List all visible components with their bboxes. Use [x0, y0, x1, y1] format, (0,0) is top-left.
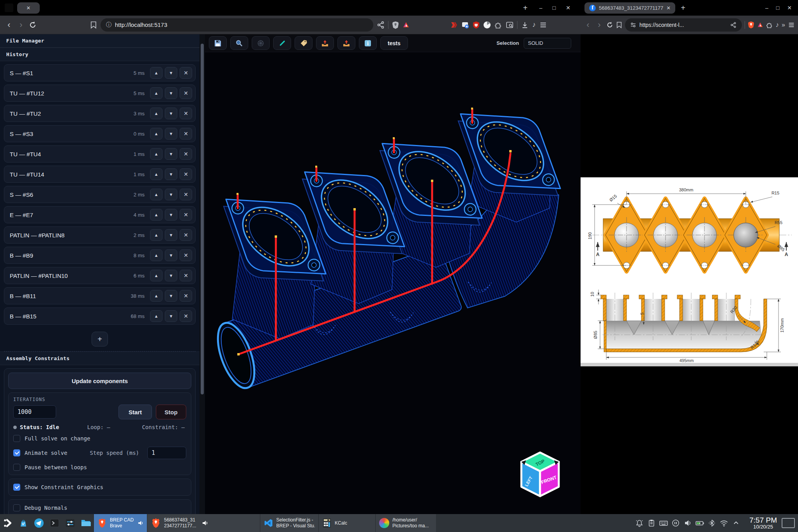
tray-expand-icon[interactable]: [731, 518, 741, 528]
move-down-button[interactable]: ▼: [165, 148, 177, 160]
remove-button[interactable]: ✕: [180, 108, 192, 119]
move-down-button[interactable]: ▼: [165, 290, 177, 302]
media-icon[interactable]: ♪: [532, 21, 536, 29]
task-kcalc[interactable]: KCalc: [318, 514, 375, 532]
tab-brep-cad[interactable]: ✕: [17, 2, 40, 14]
move-down-button[interactable]: ▼: [165, 87, 177, 99]
step-speed-input[interactable]: [147, 447, 186, 459]
window-minimize-button[interactable]: –: [765, 5, 768, 11]
brave-rewards-icon[interactable]: [757, 22, 763, 28]
debug-normals-checkbox[interactable]: [13, 504, 20, 511]
history-item[interactable]: PATLIN — #PATLIN10 6 ms ▲ ▼ ✕: [4, 267, 196, 284]
move-up-button[interactable]: ▲: [150, 209, 162, 221]
ublock-icon[interactable]: [473, 21, 480, 29]
tab-close-icon[interactable]: ✕: [26, 5, 31, 11]
settings-button[interactable]: [62, 514, 78, 532]
move-up-button[interactable]: ▲: [150, 87, 162, 99]
history-item[interactable]: E — #E7 4 ms ▲ ▼ ✕: [4, 206, 196, 223]
task-image-viewer[interactable]: /home/user/ Pictures/too ma...: [375, 514, 436, 532]
notifications-icon[interactable]: [635, 518, 644, 528]
search-button[interactable]: [230, 36, 248, 50]
assembly-constraints-header[interactable]: Assembly Constraints: [0, 352, 200, 365]
telegram-button[interactable]: [31, 514, 47, 532]
window-minimize-button[interactable]: –: [539, 5, 542, 11]
move-down-button[interactable]: ▼: [165, 229, 177, 241]
cad-viewport[interactable]: i tests Selection SOLID: [205, 34, 581, 514]
extensions-puzzle-icon[interactable]: [766, 21, 773, 28]
extension-circle-icon[interactable]: [483, 21, 491, 29]
move-up-button[interactable]: ▲: [150, 290, 162, 302]
new-tab-button[interactable]: +: [523, 4, 528, 12]
pause-loops-checkbox[interactable]: [13, 464, 20, 471]
site-info-icon[interactable]: ⓘ: [106, 21, 111, 28]
app-launcher-button[interactable]: [0, 514, 16, 532]
history-item[interactable]: B — #B9 8 ms ▲ ▼ ✕: [4, 247, 196, 264]
manifold-3d-model[interactable]: [205, 52, 581, 514]
forward-button[interactable]: ›: [17, 21, 25, 29]
remove-button[interactable]: ✕: [180, 249, 192, 261]
window-maximize-button[interactable]: □: [776, 5, 779, 11]
menu-icon[interactable]: [539, 21, 547, 29]
move-up-button[interactable]: ▲: [150, 229, 162, 241]
forward-button[interactable]: ›: [595, 21, 604, 29]
history-item[interactable]: TU — #TU14 1 ms ▲ ▼ ✕: [4, 166, 196, 183]
animate-solve-checkbox[interactable]: [13, 449, 20, 456]
clock[interactable]: 7:57 PM 10/20/25: [749, 516, 777, 530]
back-button[interactable]: ‹: [5, 21, 13, 29]
task-facebook-image[interactable]: 568637483_31 23472771177...: [147, 514, 260, 532]
move-up-button[interactable]: ▲: [150, 270, 162, 281]
remove-button[interactable]: ✕: [180, 229, 192, 241]
history-item[interactable]: B — #B15 68 ms ▲ ▼ ✕: [4, 308, 196, 325]
address-bar[interactable]: https://scontent-l...: [625, 18, 742, 32]
technical-drawing-image[interactable]: 380mm Ø15 R15 190 R55 Ø85 A A: [581, 177, 798, 366]
move-down-button[interactable]: ▼: [165, 189, 177, 200]
move-down-button[interactable]: ▼: [165, 270, 177, 281]
move-down-button[interactable]: ▼: [165, 67, 177, 79]
move-up-button[interactable]: ▲: [150, 189, 162, 200]
history-item[interactable]: TU — #TU4 1 ms ▲ ▼ ✕: [4, 145, 196, 163]
remove-button[interactable]: ✕: [180, 168, 192, 180]
remove-button[interactable]: ✕: [180, 67, 192, 79]
tests-button[interactable]: tests: [380, 36, 408, 50]
history-item[interactable]: TU — #TU2 3 ms ▲ ▼ ✕: [4, 105, 196, 122]
window-maximize-button[interactable]: □: [553, 5, 556, 11]
history-header[interactable]: History: [0, 48, 200, 61]
move-down-button[interactable]: ▼: [165, 209, 177, 221]
remove-button[interactable]: ✕: [180, 128, 192, 140]
file-manager-button[interactable]: [78, 514, 94, 532]
pen-button[interactable]: [273, 36, 291, 50]
file-manager-header[interactable]: File Manager: [0, 34, 200, 48]
reload-button[interactable]: [29, 21, 37, 29]
terminal-button[interactable]: [47, 514, 62, 532]
bluetooth-icon[interactable]: [707, 518, 717, 528]
view-cube[interactable]: TOP LEFT FRONT: [518, 450, 562, 505]
brave-rewards-icon[interactable]: [403, 21, 410, 28]
volume-icon[interactable]: [683, 518, 692, 528]
move-down-button[interactable]: ▼: [165, 310, 177, 322]
export-tray-button[interactable]: [316, 36, 334, 50]
task-brep-cad[interactable]: BREP CAD - Brave: [94, 514, 147, 532]
history-item[interactable]: B — #B11 38 ms ▲ ▼ ✕: [4, 287, 196, 304]
remove-button[interactable]: ✕: [180, 270, 192, 281]
start-button[interactable]: Start: [118, 405, 152, 419]
history-item[interactable]: S — #S6 2 ms ▲ ▼ ✕: [4, 186, 196, 203]
site-settings-icon[interactable]: [630, 22, 636, 28]
tab-image[interactable]: f 568637483_3123472771177 ✕: [584, 2, 675, 14]
show-constraint-graphics-checkbox[interactable]: [13, 484, 20, 491]
bookmark-icon[interactable]: [90, 21, 97, 29]
new-tab-button[interactable]: +: [681, 4, 685, 12]
move-up-button[interactable]: ▲: [150, 249, 162, 261]
window-close-button[interactable]: ✕: [566, 5, 570, 11]
save-button[interactable]: [209, 36, 227, 50]
media-icon[interactable]: ♪: [776, 21, 779, 29]
tag-button[interactable]: [295, 36, 312, 50]
full-solve-checkbox[interactable]: [13, 435, 20, 442]
move-down-button[interactable]: ▼: [165, 249, 177, 261]
info-button[interactable]: i: [359, 36, 377, 50]
mesh-button[interactable]: [252, 36, 270, 50]
selection-mode-select[interactable]: SOLID: [524, 38, 571, 49]
move-up-button[interactable]: ▲: [150, 128, 162, 140]
history-item[interactable]: TU — #TU12 5 ms ▲ ▼ ✕: [4, 85, 196, 102]
scrollbar-thumb[interactable]: [201, 44, 204, 394]
extensions-puzzle-icon[interactable]: [494, 21, 502, 29]
